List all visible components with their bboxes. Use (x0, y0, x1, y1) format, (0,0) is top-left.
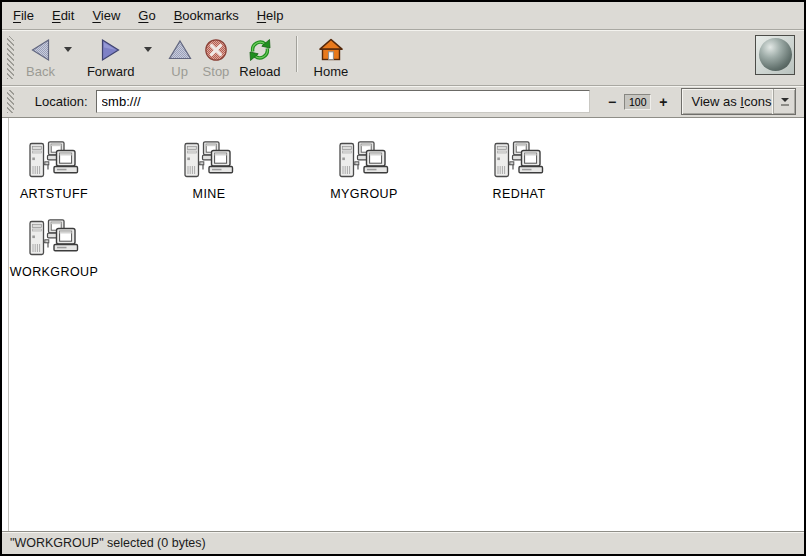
dropdown-arrow-icon (773, 89, 795, 114)
menu-item-go[interactable]: Go (129, 4, 164, 28)
item-label: WORKGROUP (10, 265, 98, 279)
icon-grid: ARTSTUFF MINE (2, 118, 642, 296)
home-label: Home (314, 65, 349, 79)
network-workgroup-icon (183, 140, 235, 184)
zoom-level-indicator[interactable]: 100 (624, 94, 651, 110)
toolbar-separator (296, 36, 297, 72)
reload-label: Reload (239, 65, 280, 79)
reload-icon (247, 36, 273, 63)
forward-label: Forward (87, 65, 135, 79)
workgroup-item-redhat[interactable]: REDHAT (479, 140, 559, 201)
workgroup-item-artstuff[interactable]: ARTSTUFF (14, 140, 94, 201)
toolbar-grip-handle[interactable] (7, 36, 14, 79)
workgroup-item-mygroup[interactable]: MYGROUP (324, 140, 404, 201)
forward-history-dropdown[interactable] (140, 36, 156, 63)
item-label: MINE (193, 187, 226, 201)
stop-label: Stop (203, 65, 230, 79)
stop-icon (203, 36, 229, 63)
reload-button[interactable]: Reload (234, 34, 285, 81)
zoom-in-button[interactable]: + (657, 93, 669, 111)
network-workgroup-icon (338, 140, 390, 184)
menu-bar: FileEditViewGoBookmarksHelp (2, 2, 804, 30)
location-bar-grip-handle[interactable] (7, 90, 14, 113)
menu-item-help[interactable]: Help (248, 4, 293, 28)
zoom-out-button[interactable]: − (606, 93, 618, 111)
home-button[interactable]: Home (309, 34, 354, 81)
home-icon (318, 36, 344, 63)
network-workgroup-icon (28, 218, 80, 262)
workgroup-item-workgroup[interactable]: WORKGROUP (14, 218, 94, 279)
globe-throbber-icon (755, 35, 795, 75)
file-manager-window: FileEditViewGoBookmarksHelp Back Forward (0, 0, 806, 556)
back-history-dropdown[interactable] (60, 36, 76, 63)
forward-arrow-icon (98, 36, 124, 63)
back-label: Back (26, 65, 55, 79)
chevron-down-icon (144, 47, 152, 52)
location-input[interactable] (96, 90, 590, 113)
chevron-down-icon (64, 47, 72, 52)
toolbar: Back Forward Up (2, 30, 804, 86)
menu-item-bookmarks[interactable]: Bookmarks (165, 4, 248, 28)
up-button[interactable]: Up (162, 34, 198, 81)
stop-button[interactable]: Stop (198, 34, 235, 81)
item-label: ARTSTUFF (20, 187, 88, 201)
up-arrow-icon (167, 36, 193, 63)
back-arrow-icon (27, 36, 53, 63)
item-label: REDHAT (493, 187, 546, 201)
network-workgroup-icon (493, 140, 545, 184)
menu-item-edit[interactable]: Edit (43, 4, 83, 28)
workgroup-item-mine[interactable]: MINE (169, 140, 249, 201)
status-text: "WORKGROUP" selected (0 bytes) (10, 536, 206, 550)
forward-button[interactable]: Forward (82, 34, 140, 81)
location-label: Location: (35, 94, 88, 109)
menu-item-view[interactable]: View (83, 4, 129, 28)
menu-item-file[interactable]: File (4, 4, 43, 28)
view-mode-label: View as Icons (682, 94, 773, 109)
up-label: Up (171, 65, 188, 79)
status-bar: "WORKGROUP" selected (0 bytes) (2, 531, 804, 554)
back-button[interactable]: Back (21, 34, 60, 81)
icon-view[interactable]: ARTSTUFF MINE (2, 118, 804, 531)
throbber-sphere (759, 38, 792, 71)
view-mode-dropdown[interactable]: View as Icons (681, 88, 796, 115)
location-bar: Location: − 100 + View as Icons (2, 86, 804, 118)
item-label: MYGROUP (330, 187, 397, 201)
network-workgroup-icon (28, 140, 80, 184)
